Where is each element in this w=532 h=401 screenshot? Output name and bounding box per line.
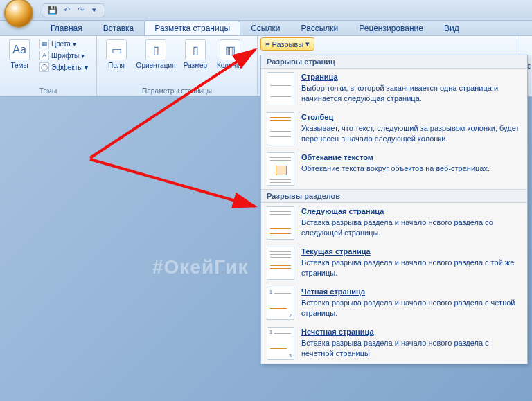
menu-item-text-wrapping[interactable]: Обтекание текстом Обтекание текста вокру… <box>261 149 527 189</box>
menu-item-column[interactable]: Столбец Указывает, что текст, следующий … <box>261 109 527 149</box>
menu-item-odd-page[interactable]: 1 3 Нечетная страница Вставка разрыва ра… <box>261 323 527 364</box>
columns-icon: ▥ <box>220 39 240 60</box>
size-icon: ▯ <box>185 39 206 60</box>
themes-icon: Aa <box>9 39 30 60</box>
menu-item-next-page[interactable]: Следующая страница Вставка разрыва разде… <box>261 203 527 243</box>
fonts-icon: A <box>39 51 49 60</box>
orientation-icon: ▯ <box>145 39 166 60</box>
group-page-setup-label: Параметры страницы <box>100 87 254 96</box>
ribbon-tabs: Главная Вставка Разметка страницы Ссылки… <box>0 21 532 36</box>
size-button[interactable]: ▯ Размер <box>179 38 212 71</box>
menu-item-even-page[interactable]: 1 2 Четная страница Вставка разрыва разд… <box>261 283 527 323</box>
menu-item-continuous[interactable]: Текущая страница Вставка разрыва раздела… <box>261 243 527 283</box>
margins-icon: ▭ <box>106 39 127 60</box>
tab-page-layout[interactable]: Разметка страницы <box>144 21 240 35</box>
title-bar: 💾 ↶ ↷ ▾ <box>0 0 532 21</box>
office-button[interactable] <box>4 0 33 28</box>
colors-icon: ▦ <box>39 39 49 48</box>
columns-button[interactable]: ▥ Колонки <box>213 38 247 71</box>
breaks-menu: Разрывы страниц Страница Выбор точки, в … <box>260 55 528 364</box>
breaks-icon: ≡ <box>265 40 269 48</box>
tab-home[interactable]: Главная <box>40 21 93 35</box>
colors-button[interactable]: ▦Цвета ▾ <box>37 38 90 49</box>
themes-button[interactable]: Aa Темы <box>3 38 36 71</box>
fonts-button[interactable]: AШрифты ▾ <box>37 50 90 61</box>
quick-access-toolbar: 💾 ↶ ↷ ▾ <box>42 3 105 17</box>
menu-section-page-breaks: Разрывы страниц <box>261 55 527 69</box>
page-break-icon <box>267 72 294 105</box>
next-page-icon <box>267 206 294 240</box>
orientation-button[interactable]: ▯ Ориентация <box>134 38 177 71</box>
undo-icon[interactable]: ↶ <box>62 6 71 15</box>
group-page-setup: ▭ Поля ▯ Ориентация ▯ Размер ▥ Колонки П… <box>97 36 258 96</box>
tab-review[interactable]: Рецензирование <box>348 21 434 35</box>
tab-references[interactable]: Ссылки <box>240 21 290 35</box>
watermark: #ОкейГик <box>152 256 249 278</box>
breaks-button[interactable]: ≡ Разрывы ▾ <box>260 37 314 51</box>
tab-insert[interactable]: Вставка <box>93 21 145 35</box>
odd-page-icon: 1 3 <box>267 327 294 360</box>
redo-icon[interactable]: ↷ <box>76 6 85 15</box>
effects-icon: ◯ <box>39 62 49 72</box>
column-break-icon <box>267 112 294 145</box>
chevron-down-icon: ▾ <box>305 39 310 48</box>
menu-item-page[interactable]: Страница Выбор точки, в которой заканчив… <box>261 69 527 109</box>
effects-button[interactable]: ◯Эффекты ▾ <box>37 62 90 73</box>
qat-more-icon[interactable]: ▾ <box>89 6 99 15</box>
tab-view[interactable]: Вид <box>434 21 470 35</box>
text-wrapping-icon <box>267 152 294 186</box>
margins-button[interactable]: ▭ Поля <box>100 38 133 71</box>
tab-mailings[interactable]: Рассылки <box>290 21 348 35</box>
group-themes-label: Темы <box>3 87 94 96</box>
menu-section-section-breaks: Разрывы разделов <box>261 189 527 203</box>
save-icon[interactable]: 💾 <box>48 6 57 15</box>
themes-label: Темы <box>10 62 28 69</box>
group-themes: Aa Темы ▦Цвета ▾ AШрифты ▾ ◯Эффекты ▾ Те… <box>0 36 97 96</box>
continuous-icon <box>267 247 294 280</box>
even-page-icon: 1 2 <box>267 287 294 320</box>
